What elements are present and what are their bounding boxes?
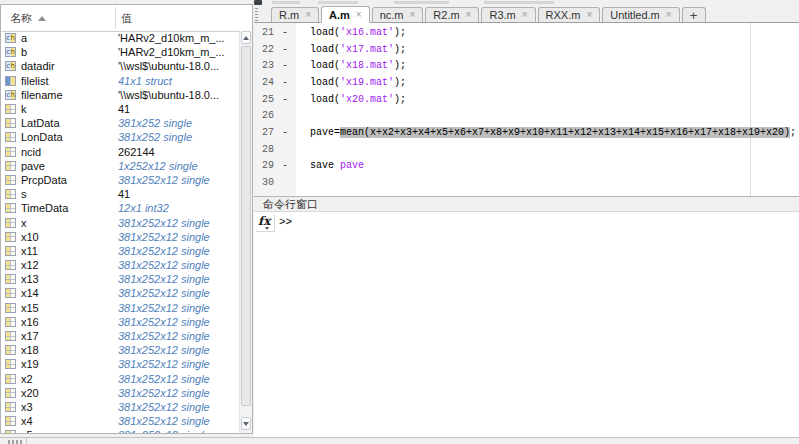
close-tab-icon[interactable]: × bbox=[586, 10, 592, 20]
line-number: 21 bbox=[254, 25, 274, 42]
workspace-row-x16[interactable]: x16381x252x12 single bbox=[1, 315, 239, 329]
workspace-row-b[interactable]: chb'HARv2_d10km_m_... bbox=[1, 45, 239, 59]
code-line-30[interactable]: 30 bbox=[254, 175, 799, 192]
workspace-row-x3[interactable]: x3381x252x12 single bbox=[1, 400, 239, 414]
tab-label: RXX.m bbox=[546, 9, 581, 21]
scroll-up-button[interactable] bbox=[241, 31, 251, 44]
workspace-row-x2[interactable]: x2381x252x12 single bbox=[1, 372, 239, 386]
code-line-23[interactable]: 23-load('x18.mat'); bbox=[254, 58, 799, 75]
workspace-row-x12[interactable]: x12381x252x12 single bbox=[1, 258, 239, 272]
variable-name: x14 bbox=[21, 287, 118, 299]
tab-nc.m[interactable]: nc.m× bbox=[372, 7, 424, 22]
tab-R2.m[interactable]: R2.m× bbox=[425, 7, 479, 22]
workspace-row-k[interactable]: k41 bbox=[1, 102, 239, 116]
command-window[interactable]: fx >> bbox=[254, 212, 799, 437]
workspace-row-ncid[interactable]: ncid262144 bbox=[1, 145, 239, 159]
workspace-row-pave[interactable]: pave1x252x12 single bbox=[1, 159, 239, 173]
command-window-header[interactable]: 命令行窗口 bbox=[254, 196, 799, 212]
variable-name: x20 bbox=[21, 387, 118, 399]
close-tab-icon[interactable]: × bbox=[356, 10, 362, 20]
workspace-row-x11[interactable]: x11381x252x12 single bbox=[1, 244, 239, 258]
variable-value: 381x252x12 single bbox=[118, 429, 210, 433]
matrix-variable-icon bbox=[5, 147, 16, 157]
code-line-22[interactable]: 22-load('x17.mat'); bbox=[254, 42, 799, 59]
code-line-27[interactable]: 27-pave=mean(x+x2+x3+x4+x5+x6+x7+x8+x9+x… bbox=[254, 125, 799, 142]
workspace-row-x20[interactable]: x20381x252x12 single bbox=[1, 386, 239, 400]
workspace-row-TimeData[interactable]: TimeData12x1 int32 bbox=[1, 201, 239, 215]
struct-variable-icon bbox=[5, 76, 16, 86]
fx-button[interactable]: fx bbox=[256, 215, 275, 232]
code-editor[interactable]: 21-load('x16.mat');22-load('x17.mat');23… bbox=[254, 23, 799, 196]
workspace-row-x[interactable]: x381x252x12 single bbox=[1, 215, 239, 229]
workspace-row-a[interactable]: cha'HARv2_d10km_m_... bbox=[1, 31, 239, 45]
column-header-name[interactable]: 名称 bbox=[10, 11, 46, 26]
code-line-25[interactable]: 25-load('x20.mat'); bbox=[254, 92, 799, 109]
char-variable-icon: ch bbox=[5, 61, 16, 71]
statusbar-grip-icon bbox=[8, 440, 22, 444]
code-text: load('x16.mat'); bbox=[310, 25, 406, 42]
scrollbar-thumb[interactable] bbox=[241, 46, 251, 406]
workspace-scrollbar[interactable] bbox=[239, 31, 252, 433]
workspace-row-x4[interactable]: x4381x252x12 single bbox=[1, 414, 239, 428]
line-marker: - bbox=[279, 58, 291, 75]
tab-label: A.m bbox=[329, 9, 350, 21]
workspace-row-filename[interactable]: chfilename'\\wsl$\ubuntu-18.0... bbox=[1, 88, 239, 102]
close-tab-icon[interactable]: × bbox=[409, 10, 415, 20]
workspace-row-x17[interactable]: x17381x252x12 single bbox=[1, 329, 239, 343]
matrix-variable-icon bbox=[5, 189, 16, 199]
workspace-variable-list: cha'HARv2_d10km_m_...chb'HARv2_d10km_m_.… bbox=[1, 31, 239, 433]
code-line-29[interactable]: 29-save pave bbox=[254, 158, 799, 175]
command-prompt[interactable]: >> bbox=[279, 216, 292, 228]
variable-value: 381x252x12 single bbox=[118, 287, 210, 299]
variable-value: '\\wsl$\ubuntu-18.0... bbox=[118, 60, 219, 72]
variable-name: x19 bbox=[21, 358, 118, 370]
variable-name: x bbox=[21, 217, 118, 229]
statusbar-divider bbox=[26, 438, 27, 444]
workspace-row-x15[interactable]: x15381x252x12 single bbox=[1, 301, 239, 315]
workspace-row-datadir[interactable]: chdatadir'\\wsl$\ubuntu-18.0... bbox=[1, 59, 239, 73]
code-text: load('x18.mat'); bbox=[310, 58, 406, 75]
variable-value: 381x252x12 single bbox=[118, 259, 210, 271]
matrix-variable-icon bbox=[5, 345, 16, 355]
tab-R3.m[interactable]: R3.m× bbox=[481, 7, 535, 22]
workspace-row-x13[interactable]: x13381x252x12 single bbox=[1, 272, 239, 286]
toolbar-fragment bbox=[318, 1, 358, 4]
scroll-down-button[interactable] bbox=[241, 417, 251, 430]
workspace-row-s[interactable]: s41 bbox=[1, 187, 239, 201]
tab-R.m[interactable]: R.m× bbox=[271, 7, 319, 22]
close-tab-icon[interactable]: × bbox=[522, 10, 528, 20]
tab-A.m[interactable]: A.m× bbox=[321, 6, 370, 23]
tab-label: R2.m bbox=[433, 9, 459, 21]
workspace-row-filelist[interactable]: filelist41x1 struct bbox=[1, 74, 239, 88]
code-line-28[interactable]: 28 bbox=[254, 142, 799, 159]
variable-name: x5 bbox=[21, 429, 118, 433]
workspace-row-x18[interactable]: x18381x252x12 single bbox=[1, 343, 239, 357]
tab-RXX.m[interactable]: RXX.m× bbox=[538, 7, 601, 22]
close-tab-icon[interactable]: × bbox=[305, 10, 311, 20]
column-divider[interactable] bbox=[115, 7, 116, 29]
workspace-row-x19[interactable]: x19381x252x12 single bbox=[1, 357, 239, 371]
tabbar-grip-icon[interactable] bbox=[255, 8, 258, 21]
editor-tab-bar: R.m×A.m×nc.m×R2.m×R3.m×RXX.m×Untitled.m×… bbox=[254, 5, 799, 23]
code-line-21[interactable]: 21-load('x16.mat'); bbox=[254, 25, 799, 42]
char-variable-icon: ch bbox=[5, 33, 16, 43]
close-tab-icon[interactable]: × bbox=[466, 10, 472, 20]
column-header-value[interactable]: 值 bbox=[121, 11, 132, 26]
tab-Untitled.m[interactable]: Untitled.m× bbox=[602, 7, 679, 22]
code-line-26[interactable]: 26 bbox=[254, 108, 799, 125]
close-tab-icon[interactable]: × bbox=[666, 10, 672, 20]
workspace-row-x10[interactable]: x10381x252x12 single bbox=[1, 230, 239, 244]
workspace-row-LonData[interactable]: LonData381x252 single bbox=[1, 130, 239, 144]
variable-name: a bbox=[21, 32, 118, 44]
line-number: 22 bbox=[254, 42, 274, 59]
workspace-row-LatData[interactable]: LatData381x252 single bbox=[1, 116, 239, 130]
workspace-row-x14[interactable]: x14381x252x12 single bbox=[1, 286, 239, 300]
matrix-variable-icon bbox=[5, 274, 16, 284]
workspace-row-x5[interactable]: x5381x252x12 single bbox=[1, 428, 239, 433]
variable-name: s bbox=[21, 188, 118, 200]
workspace-row-PrcpData[interactable]: PrcpData381x252x12 single bbox=[1, 173, 239, 187]
code-text: save pave bbox=[310, 158, 364, 175]
code-line-24[interactable]: 24-load('x19.mat'); bbox=[254, 75, 799, 92]
new-tab-button[interactable]: + bbox=[682, 7, 706, 22]
variable-name: x10 bbox=[21, 231, 118, 243]
